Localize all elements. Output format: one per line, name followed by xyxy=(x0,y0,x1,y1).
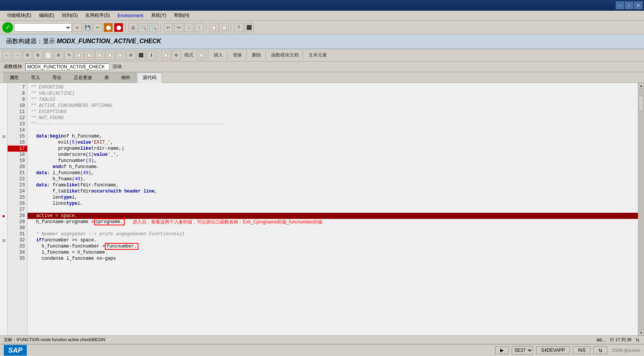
menu-funcmodule[interactable]: 功能模块(E) xyxy=(3,11,35,19)
run-button[interactable]: ▶ xyxy=(495,346,509,354)
maximize-button[interactable]: □ xyxy=(625,2,633,9)
gutter-row-13 xyxy=(0,121,7,127)
tool9-button[interactable]: ⚙ xyxy=(126,51,135,60)
menu-bar: 功能模块(E) 编辑(E) 转到(G) 实用程序(S) Environment … xyxy=(0,11,644,21)
gutter-row-8 xyxy=(0,91,7,97)
tab-table[interactable]: 表 xyxy=(99,73,115,83)
menu-edit[interactable]: 编辑(E) xyxy=(35,11,58,19)
func-module-input[interactable] xyxy=(25,63,109,70)
menu-utilities[interactable]: 实用程序(S) xyxy=(81,11,114,19)
tabs-bar: 属性 导入 导出 正在更改 表 例外 源代码 xyxy=(0,72,644,83)
menu-system[interactable]: 系统(Y) xyxy=(147,11,170,19)
form-row: 函数模块 活动 xyxy=(0,61,644,72)
tool5-button[interactable]: 📋 xyxy=(85,51,94,60)
save-button[interactable]: 💾 xyxy=(83,23,92,32)
gutter-row-20 xyxy=(0,164,7,170)
check-button[interactable]: ✓ xyxy=(2,22,13,33)
undo-button[interactable]: ↩ xyxy=(164,23,173,32)
forward-button[interactable]: ⬤ xyxy=(104,23,113,32)
line-num-24: 24 xyxy=(8,188,27,194)
code-text-area[interactable]: *" EXPORTING *" VALUE(ACTIVE) *" TABLES … xyxy=(28,83,638,335)
line-num-20: 20 xyxy=(8,164,27,170)
line-num-32: 32 xyxy=(8,237,27,243)
forward2-button[interactable]: → xyxy=(13,51,22,60)
back2-button[interactable]: ← xyxy=(2,51,11,60)
tool7-button[interactable]: 📋 xyxy=(106,51,115,60)
nav-back-double-button[interactable]: « xyxy=(73,23,82,32)
gutter-row-24 xyxy=(0,188,7,194)
monitor-button[interactable]: ⬛ xyxy=(244,23,254,32)
line-num-7: 7 xyxy=(8,84,27,91)
redo-button[interactable]: ↪ xyxy=(174,23,183,32)
find2-button[interactable]: 🔍 xyxy=(149,23,158,32)
paste-button[interactable]: 📋 xyxy=(220,23,229,32)
line-num-14: 14 xyxy=(8,127,27,133)
line-num-9: 9 xyxy=(8,97,27,103)
help-button[interactable]: ? xyxy=(234,23,243,32)
code-line-12: *" NOT_FOUND xyxy=(28,115,638,121)
code-line-25: len type i, xyxy=(28,194,638,201)
menu-goto[interactable]: 转到(G) xyxy=(58,11,81,19)
toolbar-dropdown[interactable] xyxy=(14,23,72,32)
line-num-33: 33 xyxy=(8,243,27,249)
vertical-scrollbar[interactable]: ▲ ▼ xyxy=(638,83,644,335)
tool3-button[interactable]: ⚙ xyxy=(54,51,63,60)
layout-button[interactable]: ⇆ xyxy=(594,346,607,354)
copy-button[interactable]: 📋 xyxy=(209,23,218,32)
status-mode: N. xyxy=(636,338,640,342)
ins-mode-button[interactable]: INS xyxy=(573,346,590,354)
tool4-button[interactable]: 📋 xyxy=(75,51,84,60)
tool2-button[interactable]: ⚙ xyxy=(33,51,42,60)
stop-button[interactable]: ⬤ xyxy=(114,23,123,32)
gutter-row-11 xyxy=(0,109,7,115)
copy2-button[interactable]: 📄 xyxy=(44,51,53,60)
line-num-35: 35 xyxy=(8,256,27,262)
tab-changing[interactable]: 正在更改 xyxy=(68,73,98,83)
tool6-button[interactable]: 📋 xyxy=(95,51,104,60)
transaction-dropdown[interactable]: SE37 xyxy=(512,346,533,354)
gutter-row-31 xyxy=(0,231,7,237)
func-module-label: 函数模块 xyxy=(4,63,22,70)
code-line-10: *" ACTIVE_FUNCNUMBERS OPTIONAL xyxy=(28,103,638,109)
scroll-up-button[interactable]: ▲ xyxy=(639,83,644,88)
replace-label: 替换 xyxy=(231,52,244,58)
code-line-20: end of h_funcname. xyxy=(28,164,638,170)
insert-copy-button[interactable]: 📋 xyxy=(197,51,206,60)
line-num-16: 16 xyxy=(8,139,27,146)
block-button[interactable]: ⬛ xyxy=(137,51,146,60)
code-line-8: *" VALUE(ACTIVE) xyxy=(28,91,638,97)
tool10-button[interactable]: ⚙ xyxy=(172,51,181,60)
tab-attr[interactable]: 属性 xyxy=(4,73,24,83)
tab-source[interactable]: 源代码 xyxy=(137,73,162,83)
sap-logo: SAP xyxy=(4,345,27,356)
menu-environment[interactable]: Environment xyxy=(114,12,147,19)
menu-help[interactable]: 帮助(H) xyxy=(170,11,194,19)
copy3-button[interactable]: 📋 xyxy=(161,51,171,60)
find-button[interactable]: 🔍 xyxy=(139,23,148,32)
tb2-sep1 xyxy=(158,51,159,60)
scroll-down-button[interactable]: ▼ xyxy=(639,330,644,335)
edit2-button[interactable]: ✎ xyxy=(64,51,73,60)
tab-exception[interactable]: 例外 xyxy=(115,73,136,83)
code-line-16: exit(5) value 'EXIT_', xyxy=(28,139,638,146)
step-up-button[interactable]: ↑ xyxy=(195,23,204,32)
print-button[interactable]: 🖨 xyxy=(128,23,138,32)
gutter-row-22 xyxy=(0,176,7,182)
step-down-button[interactable]: ↓ xyxy=(184,23,194,32)
gutter-row-7 xyxy=(0,84,7,91)
line-num-34: 34 xyxy=(8,249,27,256)
code-line-35: condense l_funcname no-gaps xyxy=(28,256,638,262)
info-button[interactable]: ℹ xyxy=(147,51,156,60)
scroll-track[interactable] xyxy=(639,88,644,330)
mode-label: 模式 xyxy=(182,52,196,58)
close-button[interactable]: ✕ xyxy=(634,2,642,9)
gutter-row-9 xyxy=(0,97,7,103)
back-button[interactable]: ↩ xyxy=(93,23,102,32)
tab-import[interactable]: 导入 xyxy=(25,73,46,83)
scroll-thumb[interactable] xyxy=(639,96,643,111)
status-right: AB... 行 17 列 38 N. xyxy=(597,337,640,343)
tool1-button[interactable]: ⚙ xyxy=(23,51,32,60)
tool8-button[interactable]: 📋 xyxy=(116,51,125,60)
minimize-button[interactable]: ─ xyxy=(616,2,624,9)
tab-export[interactable]: 导出 xyxy=(47,73,67,83)
